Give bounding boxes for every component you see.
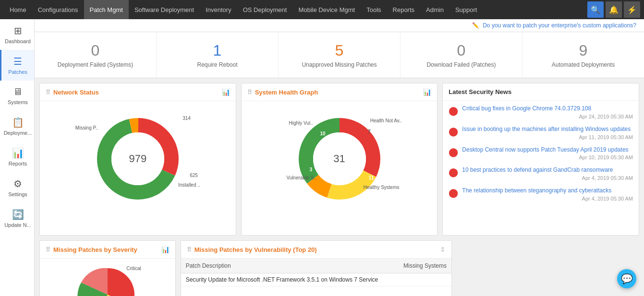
nav-support[interactable]: Support xyxy=(450,0,483,19)
sidebar-item-settings[interactable]: ⚙ Settings xyxy=(0,172,34,203)
system-health-panel: ⠿ System Health Graph 📊 xyxy=(241,83,438,236)
nav-os-deployment[interactable]: OS Deployment xyxy=(237,0,293,19)
table-row[interactable]: Security Update for Microsoft .NET Frame… xyxy=(181,273,451,286)
pencil-icon: ✏️ xyxy=(472,22,479,29)
chart-icon-network[interactable]: 📊 xyxy=(222,88,230,96)
nav-reports[interactable]: Reports xyxy=(387,0,421,19)
health-center-value: 31 xyxy=(333,153,345,165)
news-date: Apr 4, 2019 05:30 AM xyxy=(462,196,633,201)
sidebar-item-update[interactable]: 🔄 Update N... xyxy=(0,203,34,234)
missing-patches-vulnerability-header: ⠿ Missing Patches by Vulnerability (Top … xyxy=(181,241,451,259)
news-alert-icon: ⬤ xyxy=(449,106,458,116)
sidebar-item-deployments[interactable]: 📋 Deployme... xyxy=(0,111,34,142)
news-alert-icon: ⬤ xyxy=(449,126,458,137)
stat-number-automated: 9 xyxy=(527,42,639,59)
notification-icon-btn[interactable]: 🔔 xyxy=(606,1,622,18)
news-alert-icon: ⬤ xyxy=(449,188,458,198)
reports-icon: 📊 xyxy=(12,147,24,159)
network-label-missing: Missing P.. xyxy=(75,125,98,130)
news-item[interactable]: ⬤ Desktop Central now supports Patch Tue… xyxy=(449,146,633,161)
nav-software-deployment[interactable]: Software Deployment xyxy=(129,0,200,19)
network-label-installed: Installed .. xyxy=(178,182,200,188)
sidebar: ⊞ Dashboard ☰ Patches 🖥 Systems 📋 Deploy… xyxy=(0,19,35,296)
stat-unapproved-missing[interactable]: 5 Unapproved Missing Patches xyxy=(279,32,401,78)
missing-patches-vulnerability-panel: ⠿ Missing Patches by Vulnerability (Top … xyxy=(181,240,452,296)
banner-link[interactable]: Do you want to patch your enterprise's c… xyxy=(483,22,636,29)
stat-label-automated: Automated Deployments xyxy=(527,61,639,68)
severity-chart-area: Critical xyxy=(40,259,175,296)
stat-require-reboot[interactable]: 1 Require Reboot xyxy=(157,32,279,78)
nav-admin[interactable]: Admin xyxy=(420,0,450,19)
news-date: Apr 11, 2019 05:30 AM xyxy=(462,134,633,140)
sidebar-item-reports[interactable]: 📊 Reports xyxy=(0,142,34,172)
news-content: Critical bug fixes in Google Chrome 74.0… xyxy=(462,105,633,119)
news-list[interactable]: ⬤ Critical bug fixes in Google Chrome 74… xyxy=(443,101,639,235)
stats-row: 0 Deployment Failed (Systems) 1 Require … xyxy=(35,32,644,78)
health-label-vulnerable: Vulnerable S.. xyxy=(287,175,316,180)
network-status-panel: ⠿ Network Status 📊 xyxy=(39,83,236,236)
stat-automated-deployments[interactable]: 9 Automated Deployments xyxy=(522,32,644,78)
nav-mobile-device-mgmt[interactable]: Mobile Device Mgmt xyxy=(292,0,361,19)
severity-label-critical: Critical xyxy=(126,266,141,271)
stat-deployment-failed[interactable]: 0 Deployment Failed (Systems) xyxy=(35,32,157,78)
nav-patch-mgmt[interactable]: Patch Mgmt xyxy=(84,0,129,19)
news-date: Apr 24, 2019 05:30 AM xyxy=(462,114,633,119)
stat-label-download-failed: Download Failed (Patches) xyxy=(405,61,517,68)
news-date: Apr 4, 2019 05:30 AM xyxy=(462,175,633,181)
drag-handle-vulnerability: ⠿ xyxy=(187,246,192,253)
health-label-healthy: Healthy Systems xyxy=(363,185,399,190)
nav-tools[interactable]: Tools xyxy=(361,0,387,19)
chat-bubble[interactable]: 💬 xyxy=(617,269,636,288)
nav-configurations[interactable]: Configurations xyxy=(32,0,84,19)
patch-description-cell: Security Update for Microsoft .NET Frame… xyxy=(181,273,396,286)
lightning-icon-btn[interactable]: ⚡ xyxy=(624,1,640,18)
news-alert-icon: ⬤ xyxy=(449,147,458,157)
news-title: 10 best practices to defend against Gand… xyxy=(462,166,633,174)
search-icon-btn[interactable]: 🔍 xyxy=(587,1,604,18)
vulnerability-table-container[interactable]: Patch Description Missing Systems Securi… xyxy=(181,259,451,286)
missing-systems-cell xyxy=(395,273,451,286)
chart-icon-health[interactable]: 📊 xyxy=(423,88,431,96)
news-item[interactable]: ⬤ The relationship between steganography… xyxy=(449,187,633,201)
stat-download-failed[interactable]: 0 Download Failed (Patches) xyxy=(401,32,522,78)
sidebar-label-reports: Reports xyxy=(9,161,27,166)
sidebar-label-systems: Systems xyxy=(8,99,28,105)
nav-home[interactable]: Home xyxy=(4,0,32,19)
sidebar-label-patches: Patches xyxy=(8,69,27,75)
missing-patches-severity-header: ⠿ Missing Patches by Severity 📊 xyxy=(40,241,175,259)
vulnerability-table: Patch Description Missing Systems Securi… xyxy=(181,259,451,286)
dashboard-icon: ⊞ xyxy=(14,25,22,36)
bottom-panels-row: ⠿ Missing Patches by Severity 📊 xyxy=(35,240,644,296)
network-status-header: ⠿ Network Status 📊 xyxy=(40,83,236,101)
sidebar-item-systems[interactable]: 🖥 Systems xyxy=(0,81,34,111)
systems-icon: 🖥 xyxy=(13,86,23,97)
sidebar-item-patches[interactable]: ☰ Patches xyxy=(0,50,34,81)
news-item[interactable]: ⬤ 10 best practices to defend against Ga… xyxy=(449,166,633,181)
news-item[interactable]: ⬤ Critical bug fixes in Google Chrome 74… xyxy=(449,105,633,119)
health-label-health-not-av: Health Not Av.. xyxy=(370,118,402,123)
stat-number-deployment-failed: 0 xyxy=(39,42,151,59)
news-title: The relationship between steganography a… xyxy=(462,187,633,195)
news-date: Apr 10, 2019 05:30 AM xyxy=(462,154,633,160)
news-title: Desktop Central now supports Patch Tuesd… xyxy=(462,146,633,154)
news-content: The relationship between steganography a… xyxy=(462,187,633,201)
nav-inventory[interactable]: Inventory xyxy=(200,0,237,19)
sidebar-item-dashboard[interactable]: ⊞ Dashboard xyxy=(0,19,34,50)
health-label-highly-vul: Highly Vul.. xyxy=(289,120,313,126)
news-content: 10 best practices to defend against Gand… xyxy=(462,166,633,181)
network-status-title: ⠿ Network Status xyxy=(46,89,99,96)
drag-handle-network: ⠿ xyxy=(46,89,50,96)
top-nav-icons: 🔍 🔔 ⚡ xyxy=(587,1,640,18)
news-title: Issue in booting up the machines after i… xyxy=(462,125,633,133)
health-val-11: 11 xyxy=(368,175,374,180)
chart-icon-severity[interactable]: 📊 xyxy=(161,246,170,253)
network-center-value: 979 xyxy=(129,153,146,165)
system-health-title: ⠿ System Health Graph xyxy=(247,89,318,96)
missing-patches-vulnerability-title: ⠿ Missing Patches by Vulnerability (Top … xyxy=(187,246,317,253)
sidebar-label-dashboard: Dashboard xyxy=(5,38,31,44)
news-alert-icon: ⬤ xyxy=(449,167,458,178)
stat-label-unapproved: Unapproved Missing Patches xyxy=(283,61,395,68)
scroll-icon-vulnerability[interactable]: ⇕ xyxy=(440,246,446,253)
main-content: ✏️ Do you want to patch your enterprise'… xyxy=(35,19,644,296)
news-item[interactable]: ⬤ Issue in booting up the machines after… xyxy=(449,125,633,140)
